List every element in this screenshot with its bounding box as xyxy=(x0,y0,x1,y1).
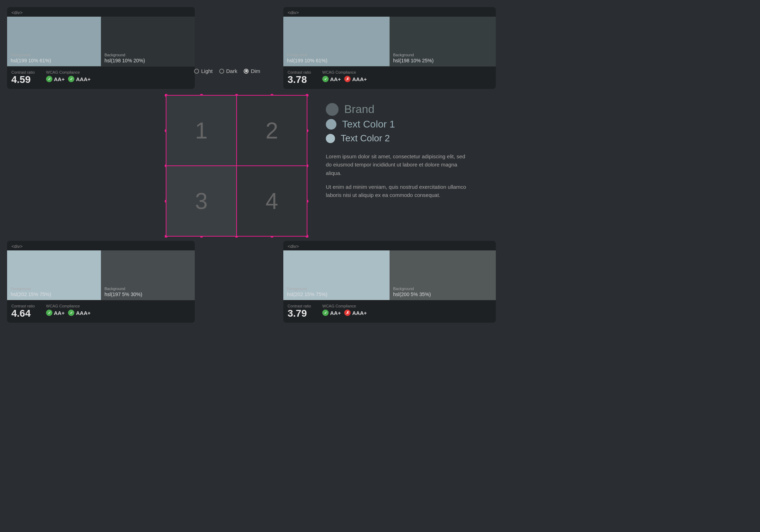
bottom-left-wcag-badges: ✓ AA+ ✓ AAA+ xyxy=(46,310,91,316)
bottom-right-aaa-label: AAA+ xyxy=(352,310,367,316)
top-left-aaa-label: AAA+ xyxy=(76,76,90,82)
bottom-right-aa-icon: ✓ xyxy=(322,310,329,316)
top-left-wcag-badges: ✓ AA+ ✓ AAA+ xyxy=(46,76,91,82)
top-right-aaa-icon: ✗ xyxy=(344,76,351,82)
bottom-right-contrast: Contrast ratio 3.79 xyxy=(288,304,311,319)
bottom-right-aa-badge: ✓ AA+ xyxy=(322,310,341,316)
theme-dark-radio[interactable] xyxy=(219,69,224,74)
theme-dark-label: Dark xyxy=(226,68,238,74)
bottom-right-wcag-badges: ✓ AA+ ✗ AAA+ xyxy=(322,310,367,316)
top-right-card: <div> Foreground hsl(199 10% 61%) Backgr… xyxy=(283,7,496,89)
top-right-aa-label: AA+ xyxy=(330,76,341,82)
bottom-right-background-swatch: Background hsl(200 5% 35%) xyxy=(390,250,496,300)
right-panel: Brand Text Color 1 Text Color 2 Lorem ip… xyxy=(326,103,467,205)
top-right-contrast-value: 3.78 xyxy=(288,74,311,85)
grid-cell-3: 3 xyxy=(166,166,237,236)
bottom-left-bg-value: hsl(197 5% 30%) xyxy=(104,292,191,297)
lorem-paragraph-2: Ut enim ad minim veniam, quis nostrud ex… xyxy=(326,183,467,199)
top-right-aaa-badge: ✗ AAA+ xyxy=(344,76,367,82)
text-color-2-label: Text Color 2 xyxy=(341,133,390,144)
top-left-card: <div> Foreground hsl(199 10% 61%) Backgr… xyxy=(7,7,195,89)
text-color-2-dot xyxy=(326,134,335,143)
bottom-left-swatches: Foreground hsl(202 15% 75%) Background h… xyxy=(7,250,195,300)
lorem-text: Lorem ipsum dolor sit amet, consectetur … xyxy=(326,152,467,199)
bottom-left-wcag-label: WCAG Compliance xyxy=(46,304,91,308)
theme-selector: Light Dark Dim xyxy=(194,68,260,74)
bottom-right-fg-value: hsl(202 15% 75%) xyxy=(287,292,386,297)
top-left-wcag-label: WCAG Compliance xyxy=(46,70,91,74)
bottom-left-foreground-swatch: Foreground hsl(202 15% 75%) xyxy=(7,250,101,300)
bottom-right-bg-label: Background xyxy=(393,287,492,291)
top-right-aa-badge: ✓ AA+ xyxy=(322,76,341,82)
top-right-foreground-swatch: Foreground hsl(199 10% 61%) xyxy=(283,17,390,66)
top-right-fg-value: hsl(199 10% 61%) xyxy=(287,58,386,63)
top-left-card-tag: <div> xyxy=(7,7,195,17)
grid-cell-4-label: 4 xyxy=(266,188,278,214)
bottom-right-wcag: WCAG Compliance ✓ AA+ ✗ AAA+ xyxy=(322,304,367,316)
bottom-left-aa-label: AA+ xyxy=(54,310,64,316)
bottom-right-card-tag: <div> xyxy=(283,241,496,250)
brand-dot xyxy=(326,103,339,116)
top-right-contrast: Contrast ratio 3.78 xyxy=(288,70,311,85)
bottom-left-fg-value: hsl(202 15% 75%) xyxy=(11,292,97,297)
bottom-right-footer: Contrast ratio 3.79 WCAG Compliance ✓ AA… xyxy=(283,300,496,323)
bottom-left-aaa-badge: ✓ AAA+ xyxy=(68,310,90,316)
bottom-right-wcag-label: WCAG Compliance xyxy=(322,304,367,308)
top-right-background-swatch: Background hsl(198 10% 25%) xyxy=(390,17,496,66)
bottom-left-contrast-value: 4.64 xyxy=(11,308,35,319)
top-left-background-swatch: Background hsl(198 10% 20%) xyxy=(101,17,195,66)
top-right-bg-value: hsl(198 10% 25%) xyxy=(393,58,492,63)
theme-light-label: Light xyxy=(201,68,213,74)
bottom-left-background-swatch: Background hsl(197 5% 30%) xyxy=(101,250,195,300)
top-right-wcag-label: WCAG Compliance xyxy=(322,70,367,74)
top-left-wcag: WCAG Compliance ✓ AA+ ✓ AAA+ xyxy=(46,70,91,82)
top-left-aaa-icon: ✓ xyxy=(68,76,74,82)
bottom-right-bg-value: hsl(200 5% 35%) xyxy=(393,292,492,297)
grid-cell-4: 4 xyxy=(237,166,307,236)
bottom-right-swatches: Foreground hsl(202 15% 75%) Background h… xyxy=(283,250,496,300)
bottom-left-aaa-label: AAA+ xyxy=(76,310,90,316)
center-grid: 1 2 3 4 xyxy=(166,95,307,237)
bottom-right-foreground-swatch: Foreground hsl(202 15% 75%) xyxy=(283,250,390,300)
grid-cell-1: 1 xyxy=(166,95,237,166)
bottom-right-aa-label: AA+ xyxy=(330,310,341,316)
top-left-footer: Contrast ratio 4.59 WCAG Compliance ✓ AA… xyxy=(7,66,195,89)
text-color-1-label: Text Color 1 xyxy=(342,119,395,130)
top-left-foreground-swatch: Foreground hsl(199 10% 61%) xyxy=(7,17,101,66)
theme-dim-radio[interactable] xyxy=(244,69,249,74)
bottom-right-card: <div> Foreground hsl(202 15% 75%) Backgr… xyxy=(283,241,496,323)
top-right-aaa-label: AAA+ xyxy=(352,76,367,82)
top-left-contrast-value: 4.59 xyxy=(11,74,35,85)
theme-dim[interactable]: Dim xyxy=(244,68,260,74)
theme-light-radio[interactable] xyxy=(194,69,199,74)
top-right-swatches: Foreground hsl(199 10% 61%) Background h… xyxy=(283,17,496,66)
bottom-right-fg-label: Foreground xyxy=(287,287,386,291)
top-left-swatches: Foreground hsl(199 10% 61%) Background h… xyxy=(7,17,195,66)
top-right-wcag: WCAG Compliance ✓ AA+ ✗ AAA+ xyxy=(322,70,367,82)
top-left-aaa-badge: ✓ AAA+ xyxy=(68,76,90,82)
theme-light[interactable]: Light xyxy=(194,68,213,74)
top-left-aa-badge: ✓ AA+ xyxy=(46,76,64,82)
grid-cell-1-label: 1 xyxy=(195,118,208,144)
color-legend: Brand Text Color 1 Text Color 2 xyxy=(326,103,467,144)
bottom-left-bg-label: Background xyxy=(104,287,191,291)
bottom-right-aaa-icon: ✗ xyxy=(344,310,351,316)
theme-dim-label: Dim xyxy=(251,68,260,74)
bottom-left-aaa-icon: ✓ xyxy=(68,310,74,316)
legend-text-color-2: Text Color 2 xyxy=(326,133,467,144)
top-left-fg-value: hsl(199 10% 61%) xyxy=(11,58,97,63)
text-color-1-dot xyxy=(326,119,336,130)
top-right-fg-label: Foreground xyxy=(287,53,386,57)
bottom-left-card: <div> Foreground hsl(202 15% 75%) Backgr… xyxy=(7,241,195,323)
bottom-left-aa-badge: ✓ AA+ xyxy=(46,310,64,316)
bottom-left-fg-label: Foreground xyxy=(11,287,97,291)
grid-cell-2-label: 2 xyxy=(266,118,278,144)
bottom-left-aa-icon: ✓ xyxy=(46,310,52,316)
top-left-aa-icon: ✓ xyxy=(46,76,52,82)
bottom-right-contrast-value: 3.79 xyxy=(288,308,311,319)
top-left-bg-value: hsl(198 10% 20%) xyxy=(104,58,191,63)
legend-text-color-1: Text Color 1 xyxy=(326,119,467,130)
theme-dark[interactable]: Dark xyxy=(219,68,238,74)
top-left-bg-label: Background xyxy=(104,53,191,57)
top-right-card-tag: <div> xyxy=(283,7,496,17)
